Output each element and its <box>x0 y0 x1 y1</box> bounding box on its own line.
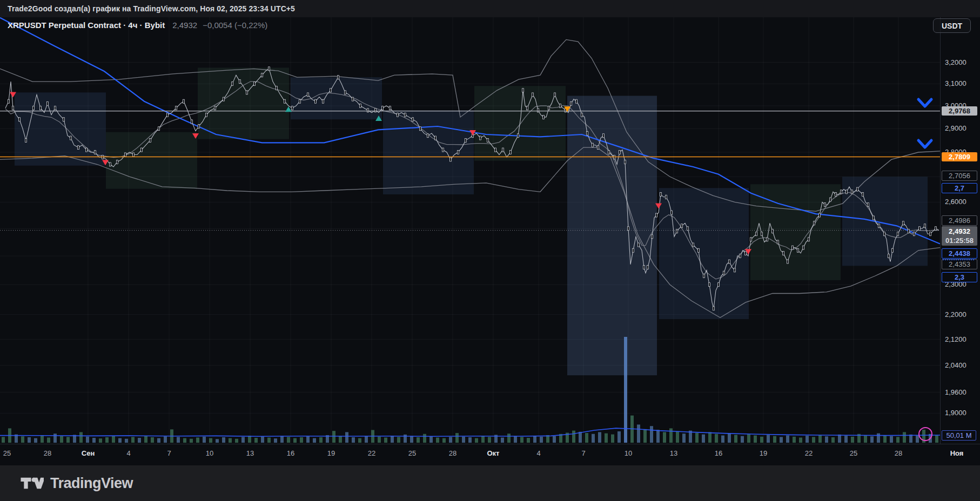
price-label-2_7056[interactable]: 2,7056 <box>942 171 977 181</box>
price-label-2_4986[interactable]: 2,4986 <box>942 215 977 226</box>
volume-bar <box>728 434 731 443</box>
chevron-down-icon[interactable] <box>918 99 931 106</box>
candle <box>292 106 293 110</box>
price-chart-canvas[interactable] <box>0 17 940 444</box>
volume-bar <box>488 437 491 443</box>
volume-bar <box>760 437 763 443</box>
candle <box>761 232 763 236</box>
candle <box>723 271 725 275</box>
candle <box>40 106 42 110</box>
candle <box>835 193 837 197</box>
candle <box>25 138 27 142</box>
candle <box>767 238 768 241</box>
candle <box>703 274 705 278</box>
candle <box>608 150 610 154</box>
candle <box>19 118 21 121</box>
price-label-2_4353[interactable]: 2,4353 <box>942 259 977 269</box>
candle <box>851 190 853 194</box>
candle <box>133 153 135 157</box>
attribution-bar: Trade2Good создал(а) график на TradingVi… <box>0 0 980 18</box>
volume-bar <box>261 437 264 443</box>
volume-bar <box>267 437 271 443</box>
volume-bar <box>682 434 686 443</box>
position-box-short[interactable] <box>291 77 382 119</box>
currency-toggle-button[interactable]: USDT <box>933 18 971 33</box>
volume-bar <box>293 438 297 443</box>
symbol-title[interactable]: XRPUSDT Perpetual Contract · 4ч · Bybit <box>8 21 165 30</box>
candle <box>892 248 894 252</box>
candle <box>141 148 143 152</box>
volume-bar <box>41 436 44 443</box>
time-tick: 16 <box>287 449 294 457</box>
candle <box>86 148 88 152</box>
price-label-2_7809[interactable]: 2,7809 <box>942 152 977 161</box>
position-box-short[interactable] <box>842 177 928 266</box>
time-tick: 22 <box>805 449 813 457</box>
price-label-2_3[interactable]: 2,3 <box>942 272 977 282</box>
candle <box>740 254 741 258</box>
candle <box>666 195 667 199</box>
candle <box>581 113 583 117</box>
candle <box>873 216 875 220</box>
volume-bar <box>780 437 783 443</box>
volume-bar <box>870 436 874 443</box>
candle <box>246 91 248 94</box>
volume-bar <box>831 437 835 443</box>
time-tick-month: Ноя <box>950 449 964 457</box>
price-label-2_9768[interactable]: 2,9768 <box>942 106 977 116</box>
volume-bar <box>241 437 245 443</box>
candle <box>284 99 286 103</box>
candle <box>198 124 200 128</box>
candle <box>625 160 626 164</box>
candle <box>465 138 467 142</box>
candle <box>878 224 880 228</box>
candle <box>495 148 496 152</box>
candle <box>914 232 915 236</box>
volume-bar <box>708 432 711 443</box>
candle <box>868 203 869 207</box>
candle <box>830 198 831 201</box>
candle <box>405 113 406 117</box>
candle <box>522 89 524 92</box>
time-tick-month: Окт <box>487 449 500 457</box>
price-label-2_4438[interactable]: 2,4438 <box>942 248 977 259</box>
price-axis[interactable]: 3,20003,10003,00002,90002,80002,60002,30… <box>940 17 980 444</box>
chevron-down-icon[interactable] <box>918 140 931 147</box>
current-price-label[interactable]: 2,493201:25:58 <box>942 226 977 246</box>
candle <box>777 240 779 244</box>
candle <box>206 113 207 117</box>
candle <box>930 232 931 236</box>
candle <box>718 283 720 287</box>
volume-bar <box>112 436 115 443</box>
position-box-short[interactable] <box>383 110 474 194</box>
volume-bar <box>540 437 543 443</box>
tradingview-logo-text: TradingView <box>50 475 133 492</box>
price-label-2_7[interactable]: 2,7 <box>942 183 977 193</box>
volume-bar <box>903 432 906 443</box>
position-box-long[interactable] <box>198 67 289 139</box>
volume-bar <box>864 436 867 443</box>
candle <box>560 104 561 108</box>
candle <box>367 109 369 112</box>
candle <box>360 104 361 108</box>
candle <box>223 97 225 101</box>
candle <box>576 99 578 103</box>
volume-bar <box>66 437 70 443</box>
volume-bar <box>53 434 57 443</box>
time-axis[interactable]: 2528Сен4710131619222528Окт47101316192225… <box>0 444 980 466</box>
candle <box>390 106 391 110</box>
symbol-legend[interactable]: XRPUSDT Perpetual Contract · 4ч · Bybit2… <box>8 21 267 30</box>
candle <box>78 146 79 150</box>
candle <box>713 307 715 310</box>
position-box-short[interactable] <box>659 188 749 319</box>
chart-pane[interactable]: XRPUSDT Perpetual Contract · 4ч · Bybit2… <box>0 17 940 444</box>
footer-bar: TradingView <box>0 465 980 501</box>
volume-bar <box>624 337 627 443</box>
volume-bar <box>754 436 757 443</box>
volume-bar <box>177 437 180 443</box>
volume-bar <box>656 430 660 443</box>
candle <box>698 248 700 252</box>
volume-bar <box>358 438 361 443</box>
position-box-short[interactable] <box>567 96 657 375</box>
volume-bar <box>669 428 673 443</box>
